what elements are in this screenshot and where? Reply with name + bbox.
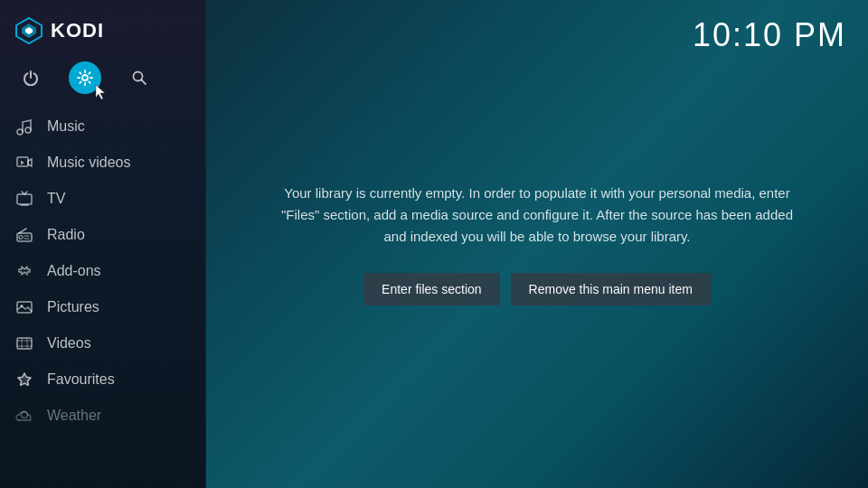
- svg-rect-11: [17, 302, 32, 313]
- search-button[interactable]: [123, 61, 156, 94]
- videos-icon: [14, 333, 34, 353]
- settings-button[interactable]: [69, 61, 101, 94]
- sidebar-item-music-videos[interactable]: Music videos: [0, 145, 206, 181]
- main-content: 10:10 PM Your library is currently empty…: [206, 0, 868, 488]
- svg-point-5: [17, 129, 23, 135]
- icon-row: [0, 58, 206, 108]
- content-area: Your library is currently empty. In orde…: [206, 0, 868, 488]
- sidebar-header: KODI: [0, 0, 206, 58]
- weather-icon: [14, 406, 34, 426]
- enter-files-button[interactable]: Enter files section: [363, 273, 500, 305]
- cursor-icon: [94, 83, 107, 101]
- power-button[interactable]: [14, 61, 47, 94]
- sidebar-item-favourites-label: Favourites: [47, 371, 115, 388]
- action-buttons: Enter files section Remove this main men…: [363, 273, 711, 305]
- sidebar-item-pictures-label: Pictures: [47, 299, 99, 315]
- sidebar-item-addons-label: Add-ons: [47, 263, 101, 279]
- addons-icon: [14, 261, 34, 281]
- sidebar-item-weather[interactable]: Weather: [0, 398, 206, 434]
- sidebar-item-weather-label: Weather: [47, 408, 101, 424]
- app-title: KODI: [51, 19, 104, 42]
- library-empty-message: Your library is currently empty. In orde…: [278, 183, 796, 248]
- radio-icon: [14, 225, 34, 245]
- clock-display: 10:10 PM: [693, 16, 846, 54]
- tv-icon: [14, 189, 34, 209]
- sidebar: KODI: [0, 0, 206, 488]
- sidebar-item-music-label: Music: [47, 118, 85, 135]
- sidebar-item-radio[interactable]: Radio: [0, 217, 206, 253]
- svg-point-6: [25, 127, 31, 133]
- sidebar-item-music-videos-label: Music videos: [47, 155, 130, 171]
- sidebar-item-favourites[interactable]: Favourites: [0, 361, 206, 398]
- music-icon: [14, 117, 34, 136]
- sidebar-item-music[interactable]: Music: [0, 108, 206, 145]
- svg-point-10: [19, 236, 23, 239]
- remove-menu-item-button[interactable]: Remove this main menu item: [511, 273, 711, 305]
- sidebar-item-addons[interactable]: Add-ons: [0, 253, 206, 289]
- svg-rect-8: [17, 194, 32, 204]
- sidebar-item-radio-label: Radio: [47, 227, 85, 243]
- kodi-logo-icon: [14, 16, 43, 45]
- sidebar-item-videos-label: Videos: [47, 335, 91, 352]
- sidebar-item-videos[interactable]: Videos: [0, 325, 206, 361]
- music-videos-icon: [14, 153, 34, 173]
- pictures-icon: [14, 297, 34, 317]
- svg-rect-13: [17, 338, 32, 349]
- sidebar-item-pictures[interactable]: Pictures: [0, 289, 206, 325]
- sidebar-item-tv-label: TV: [47, 191, 65, 207]
- svg-point-3: [82, 75, 88, 80]
- favourites-icon: [14, 370, 34, 389]
- sidebar-item-tv[interactable]: TV: [0, 181, 206, 217]
- sidebar-menu: Music Music videos TV: [0, 108, 206, 434]
